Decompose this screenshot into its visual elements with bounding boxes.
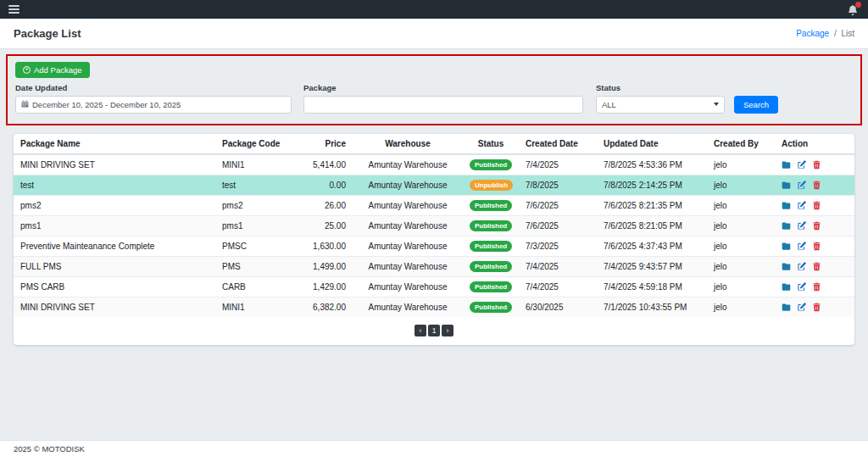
cell-price: 1,499.00 — [303, 256, 353, 276]
pagination: ‹ 1 › — [14, 325, 854, 336]
table-header-row: Package Name Package Code Price Warehous… — [14, 134, 854, 154]
package-input[interactable] — [303, 96, 583, 114]
edit-icon[interactable] — [797, 201, 806, 210]
cell-updated-date: 7/6/2025 8:21:35 PM — [597, 195, 707, 215]
edit-icon[interactable] — [797, 282, 806, 292]
pagination-page-1-button[interactable]: 1 — [428, 325, 440, 336]
page-title: Package List — [14, 27, 81, 40]
edit-icon[interactable] — [797, 160, 806, 170]
edit-icon[interactable] — [797, 262, 806, 271]
cell-warehouse: Amuntay Warehouse — [353, 256, 463, 276]
search-button[interactable]: Search — [734, 96, 778, 114]
date-range-input[interactable]: December 10, 2025 - December 10, 2025 — [15, 96, 292, 114]
cell-action — [775, 195, 854, 215]
cell-created-date: 7/4/2025 — [519, 256, 597, 276]
notifications-button[interactable] — [848, 3, 860, 15]
date-range-value: December 10, 2025 - December 10, 2025 — [32, 100, 181, 109]
trash-icon[interactable] — [812, 221, 821, 231]
status-label: Status — [596, 83, 725, 92]
folder-icon[interactable] — [782, 181, 791, 190]
pagination-next-button[interactable]: › — [442, 325, 453, 336]
cell-created-date: 7/4/2025 — [519, 154, 597, 175]
table-row[interactable]: test test 0.00 Amuntay Warehouse Unpubli… — [14, 175, 854, 195]
trash-icon[interactable] — [812, 160, 821, 170]
cell-created-by: jelo — [707, 195, 775, 215]
table-row[interactable]: FULL PMS PMS 1,499.00 Amuntay Warehouse … — [14, 256, 854, 276]
trash-icon[interactable] — [812, 303, 821, 312]
cell-status: Published — [463, 276, 519, 297]
breadcrumb-link-package[interactable]: Package — [796, 29, 829, 38]
cell-updated-date: 7/6/2025 8:21:05 PM — [597, 215, 707, 236]
status-badge: Published — [470, 220, 512, 231]
table-row[interactable]: Preventive Mainteanance Complete PMSC 1,… — [14, 236, 854, 256]
status-badge: Published — [470, 200, 512, 211]
folder-icon[interactable] — [782, 221, 791, 231]
trash-icon[interactable] — [812, 201, 821, 210]
cell-warehouse: Amuntay Warehouse — [353, 297, 463, 317]
cell-price: 0.00 — [303, 175, 353, 195]
table-row[interactable]: MINI DRIVING SET MINI1 5,414.00 Amuntay … — [14, 154, 854, 175]
cell-action — [775, 256, 854, 276]
breadcrumb-current: List — [841, 29, 854, 38]
edit-icon[interactable] — [797, 221, 806, 231]
cell-package-code: PMSC — [215, 236, 303, 256]
trash-icon[interactable] — [812, 282, 821, 292]
cell-status: Published — [463, 297, 519, 317]
folder-icon[interactable] — [782, 303, 791, 312]
status-badge: Published — [470, 241, 512, 252]
col-package-name: Package Name — [14, 134, 215, 154]
cell-price: 6,382.00 — [303, 297, 353, 317]
cell-updated-date: 7/4/2025 9:43:57 PM — [597, 256, 707, 276]
folder-icon[interactable] — [782, 160, 791, 170]
cell-created-by: jelo — [707, 154, 775, 175]
trash-icon[interactable] — [812, 242, 821, 251]
plus-icon: + — [23, 66, 31, 74]
folder-icon[interactable] — [782, 262, 791, 271]
col-status: Status — [463, 134, 519, 154]
folder-icon[interactable] — [782, 201, 791, 210]
cell-price: 26.00 — [303, 195, 353, 215]
status-filter: Status ALL — [596, 83, 725, 114]
col-created-date: Created Date — [519, 134, 597, 154]
table-row[interactable]: pms2 pms2 26.00 Amuntay Warehouse Publis… — [14, 195, 854, 215]
cell-package-code: MINI1 — [215, 297, 303, 317]
cell-action — [775, 297, 854, 317]
cell-package-code: MINI1 — [215, 154, 303, 175]
cell-status: Published — [463, 236, 519, 256]
trash-icon[interactable] — [812, 262, 821, 271]
col-created-by: Created By — [707, 134, 775, 154]
table-row[interactable]: MINI DRIVING SET MINI1 6,382.00 Amuntay … — [14, 297, 854, 317]
page: Package List Package / List + Add Packag… — [0, 0, 868, 456]
edit-icon[interactable] — [797, 181, 806, 190]
cell-warehouse: Amuntay Warehouse — [353, 154, 463, 175]
hamburger-icon[interactable] — [8, 3, 19, 15]
cell-warehouse: Amuntay Warehouse — [353, 276, 463, 297]
col-action: Action — [775, 134, 854, 154]
table-row[interactable]: PMS CARB CARB 1,429.00 Amuntay Warehouse… — [14, 276, 854, 297]
calendar-icon — [21, 100, 29, 109]
folder-icon[interactable] — [782, 282, 791, 292]
cell-package-code: test — [215, 175, 303, 195]
package-table-card: Package Name Package Code Price Warehous… — [14, 134, 854, 345]
annotation-box: + Add Package Date Updated December 10, … — [6, 54, 862, 125]
edit-icon[interactable] — [797, 303, 806, 312]
add-package-button[interactable]: + Add Package — [15, 62, 90, 78]
cell-package-name: FULL PMS — [14, 256, 215, 276]
footer: 2025 © MOTODISK — [0, 440, 868, 456]
cell-updated-date: 7/4/2025 4:59:18 PM — [597, 276, 707, 297]
edit-icon[interactable] — [797, 242, 806, 251]
pagination-prev-button[interactable]: ‹ — [415, 325, 426, 336]
page-header: Package List Package / List — [0, 19, 868, 49]
cell-package-name: pms2 — [14, 195, 215, 215]
cell-package-name: MINI DRIVING SET — [14, 154, 215, 175]
filter-row: Date Updated December 10, 2025 - Decembe… — [15, 83, 853, 114]
date-updated-filter: Date Updated December 10, 2025 - Decembe… — [15, 83, 292, 114]
status-select[interactable]: ALL — [596, 96, 725, 114]
cell-action — [775, 276, 854, 297]
folder-icon[interactable] — [782, 242, 791, 251]
cell-updated-date: 7/8/2025 4:53:36 PM — [597, 154, 707, 175]
table-row[interactable]: pms1 pms1 25.00 Amuntay Warehouse Publis… — [14, 215, 854, 236]
cell-package-code: pms2 — [215, 195, 303, 215]
trash-icon[interactable] — [812, 181, 821, 190]
cell-created-date: 7/6/2025 — [519, 195, 597, 215]
